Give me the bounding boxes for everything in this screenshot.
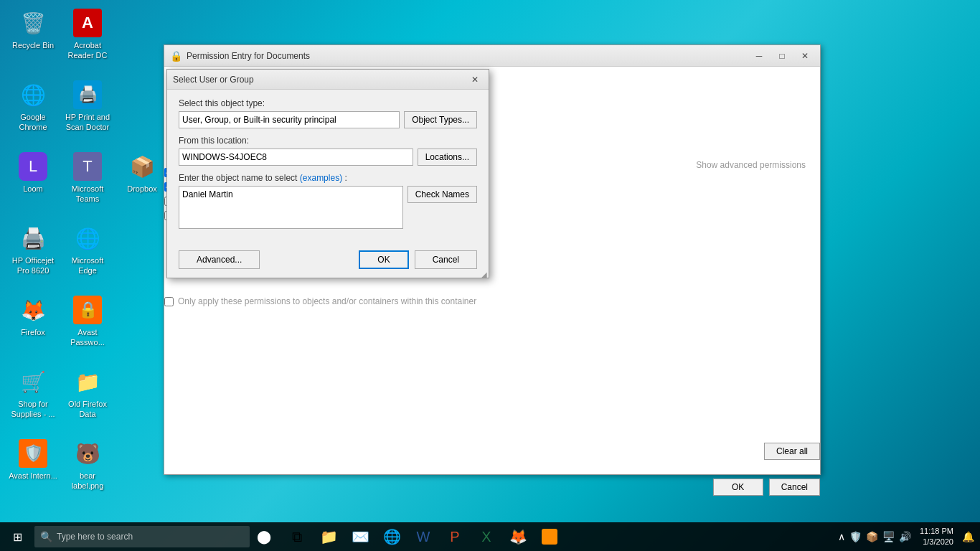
desktop-icon-old-firefox[interactable]: 📁 Old Firefox Data (60, 364, 115, 423)
hp-scan-icon: 🖨️ (73, 80, 102, 109)
taskbar-app-edge[interactable]: 🌐 (376, 522, 407, 551)
clear-all-btn[interactable]: Clear all (764, 443, 820, 460)
desktop-icon-ms-teams[interactable]: T Microsoft Teams (60, 149, 115, 207)
taskbar-app-squarely[interactable] (534, 522, 565, 551)
system-tray: ∧ 🛡️ 📦 🖥️ 🔊 11:18 PM 1/3/2020 🔔 (838, 522, 980, 551)
desktop-icon-avast-pass[interactable]: 🔒 Avast Passwo... (60, 293, 115, 351)
desktop-icon-edge[interactable]: 🌐 Microsoft Edge (60, 221, 115, 279)
powerpoint-icon: P (450, 529, 459, 545)
desktop-icon-avast-intern[interactable]: 🛡️ Avast Intern... (6, 436, 60, 484)
location-label: From this location: (179, 136, 477, 146)
tray-speaker-icon[interactable]: 🔊 (899, 531, 911, 542)
taskbar-app-mail[interactable]: ✉️ (344, 522, 376, 551)
cortana-btn[interactable]: ⬤ (250, 522, 278, 551)
squarely-icon (542, 529, 557, 545)
avast-pass-label: Avast Passwo... (63, 327, 112, 348)
taskbar-app-file-explorer[interactable]: 📁 (313, 522, 344, 551)
edge-icon: 🌐 (73, 224, 102, 253)
select-user-dialog: Select User or Group ✕ Select this objec… (166, 69, 489, 278)
recycle-bin-label: Recycle Bin (12, 40, 54, 50)
advanced-btn[interactable]: Advanced... (179, 250, 260, 269)
object-name-section-label: Enter the object name to select (example… (179, 173, 477, 183)
dialog-close-btn[interactable]: ✕ (467, 73, 483, 86)
acrobat-label: Acrobat Reader DC (63, 40, 112, 61)
object-type-label: Select this object type: (179, 98, 477, 108)
firefox-icon: 🦊 (19, 296, 47, 324)
perm-window-icon: 🔒 (170, 50, 182, 62)
tray-chevron[interactable]: ∧ (838, 531, 845, 542)
dropbox-label: Dropbox (127, 184, 157, 194)
desktop-icon-officejet[interactable]: 🖨️ HP Officejet Pro 8620 (6, 221, 60, 279)
object-name-textarea[interactable]: Daniel Martin (179, 186, 403, 229)
teams-label: Microsoft Teams (63, 184, 112, 204)
perm-ok-btn[interactable]: OK (713, 479, 763, 496)
dialog-ok-btn[interactable]: OK (359, 250, 408, 269)
show-advanced-permissions[interactable]: Show advanced permissions (696, 160, 806, 170)
taskbar-app-excel[interactable]: X (471, 522, 502, 551)
excel-icon: X (481, 529, 491, 545)
start-button[interactable]: ⊞ (0, 522, 34, 551)
avast-intern-label: Avast Intern... (9, 471, 57, 481)
check-names-btn[interactable]: Check Names (407, 186, 477, 203)
edge-taskbar-icon: 🌐 (383, 528, 401, 545)
taskbar-app-task-view[interactable]: ⧉ (281, 522, 313, 551)
taskbar-pinned-apps: ⧉ 📁 ✉️ 🌐 W P X 🦊 (281, 522, 565, 551)
examples-link[interactable]: (examples) (300, 173, 342, 183)
notification-icon[interactable]: 🔔 (962, 531, 974, 542)
avast-intern-icon: 🛡️ (19, 439, 47, 468)
desktop-icon-bear-label[interactable]: 🐻 bear label.png (60, 436, 115, 494)
object-type-input[interactable] (179, 111, 400, 128)
perm-minimize-btn[interactable]: ─ (750, 49, 768, 63)
location-row: Locations... (179, 149, 477, 166)
only-apply-label: Only apply these permissions to objects … (178, 296, 476, 306)
perm-cancel-btn[interactable]: Cancel (769, 479, 820, 496)
desktop-icon-recycle-bin[interactable]: 🗑️ Recycle Bin (6, 6, 60, 53)
search-placeholder-text: Type here to search (57, 532, 133, 542)
object-types-btn[interactable]: Object Types... (404, 111, 477, 128)
dropbox-icon: 📦 (128, 152, 156, 181)
desktop-icon-shop[interactable]: 🛒 Shop for Supplies - ... (6, 364, 60, 423)
officejet-icon: 🖨️ (19, 224, 47, 253)
perm-titlebar: 🔒 Permission Entry for Documents ─ □ ✕ (164, 45, 820, 67)
desktop-icon-google-chrome[interactable]: 🌐 Google Chrome (6, 77, 60, 136)
chrome-icon: 🌐 (19, 80, 47, 109)
taskbar-app-firefox[interactable]: 🦊 (502, 522, 534, 551)
old-firefox-label: Old Firefox Data (63, 399, 112, 420)
desktop-icon-dropbox[interactable]: 📦 Dropbox (115, 149, 169, 197)
location-input[interactable] (179, 149, 413, 166)
dialog-footer: Advanced... OK Cancel (167, 245, 489, 278)
dialog-ok-cancel: OK Cancel (359, 250, 477, 269)
tray-antivirus-icon[interactable]: 🛡️ (849, 531, 862, 542)
tray-date-value: 1/3/2020 (920, 537, 953, 547)
perm-close-btn[interactable]: ✕ (796, 49, 814, 63)
perm-maximize-btn[interactable]: □ (773, 49, 791, 63)
bear-label-label: bear label.png (63, 471, 112, 491)
task-view-icon: ⧉ (292, 529, 302, 545)
desktop-icon-hp-scan[interactable]: 🖨️ HP Print and Scan Doctor (60, 77, 115, 136)
dialog-cancel-btn[interactable]: Cancel (415, 250, 477, 269)
recycle-bin-icon: 🗑️ (19, 9, 47, 37)
desktop-icon-firefox[interactable]: 🦊 Firefox (6, 293, 60, 340)
only-apply-checkbox[interactable] (164, 297, 174, 306)
file-explorer-icon: 📁 (320, 528, 338, 545)
taskbar: ⊞ 🔍 Type here to search ⬤ ⧉ 📁 ✉️ 🌐 W P X (0, 522, 980, 551)
tray-icons: ∧ 🛡️ 📦 🖥️ 🔊 (838, 531, 911, 542)
taskbar-app-word[interactable]: W (407, 522, 439, 551)
taskbar-search[interactable]: 🔍 Type here to search (34, 526, 250, 547)
locations-btn[interactable]: Locations... (418, 149, 477, 166)
desktop-icon-loom[interactable]: L Loom (6, 149, 60, 197)
tray-dropbox-icon[interactable]: 📦 (866, 531, 878, 542)
bear-label-icon: 🐻 (73, 439, 102, 468)
tray-clock[interactable]: 11:18 PM 1/3/2020 (914, 526, 959, 548)
perm-footer-btns: OK Cancel (713, 479, 820, 496)
colon: : (344, 173, 347, 183)
tray-network-icon[interactable]: 🖥️ (882, 531, 895, 542)
shop-label: Shop for Supplies - ... (9, 399, 57, 420)
desktop-icon-acrobat[interactable]: A Acrobat Reader DC (60, 6, 115, 64)
dialog-resize-handle[interactable]: ◢ (481, 270, 487, 276)
shop-icon: 🛒 (19, 367, 47, 396)
taskbar-app-powerpoint[interactable]: P (439, 522, 471, 551)
acrobat-icon: A (73, 9, 102, 37)
dialog-title: Select User or Group (173, 75, 467, 85)
cortana-icon: ⬤ (257, 529, 271, 545)
